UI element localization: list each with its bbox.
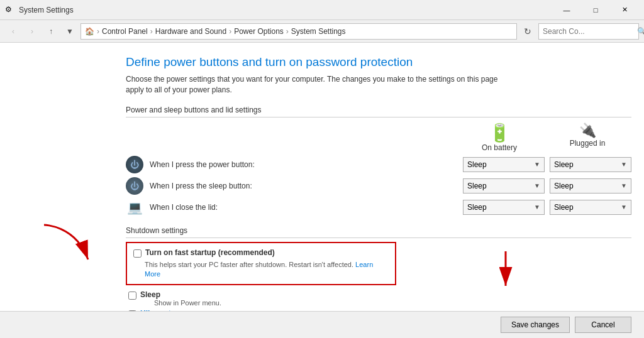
lid-battery-dropdown[interactable]: Sleep ▼	[463, 200, 545, 215]
refresh-button[interactable]: ↻	[519, 23, 536, 40]
fast-startup-description: This helps start your PC faster after sh…	[145, 260, 389, 280]
save-changes-button[interactable]: Save changes	[501, 317, 570, 333]
hibernate-checkbox[interactable]	[128, 310, 136, 311]
power-button-row: When I press the power button: Sleep ▼ S…	[126, 156, 631, 173]
back-button[interactable]: ‹	[5, 23, 21, 40]
power-plugged-dropdown[interactable]: Sleep ▼	[550, 157, 631, 172]
title-bar: ⚙ System Settings — □ ✕	[0, 0, 644, 20]
power-button-label: When I press the power button:	[150, 160, 255, 169]
table-header-row: 🔋 On battery 🔌 Plugged in	[126, 123, 631, 152]
sleep-plugged-dropdown[interactable]: Sleep ▼	[550, 178, 631, 194]
power-button-controls: Sleep ▼ Sleep ▼	[463, 157, 631, 172]
window-title: System Settings	[19, 6, 552, 14]
column-plugged: 🔌 Plugged in	[543, 123, 631, 152]
settings-table: 🔋 On battery 🔌 Plugged in When I press t…	[126, 123, 631, 216]
lid-close-label-area: 💻 When I close the lid:	[126, 199, 463, 216]
shutdown-header: Shutdown settings	[126, 226, 631, 238]
lid-icon: 💻	[126, 199, 143, 216]
fast-startup-row: Turn on fast startup (recommended)	[133, 248, 389, 258]
power-section-header: Power and sleep buttons and lid settings	[126, 106, 631, 117]
address-bar: ‹ › ↑ ▼ 🏠 › Control Panel › Hardware and…	[0, 20, 644, 43]
sleep-button-row: When I press the sleep button: Sleep ▼ S…	[126, 177, 631, 195]
content-area: Define power buttons and turn on passwor…	[0, 43, 644, 311]
breadcrumb-control-panel[interactable]: Control Panel	[102, 27, 148, 36]
fast-startup-label[interactable]: Turn on fast startup (recommended)	[145, 248, 275, 257]
sleep-button-icon	[126, 177, 143, 195]
breadcrumb-power-options[interactable]: Power Options	[234, 27, 284, 36]
shutdown-section: Shutdown settings Turn on fast startup (…	[126, 226, 631, 311]
plug-icon: 🔌	[579, 123, 596, 139]
page-description: Choose the power settings that you want …	[126, 74, 503, 95]
chevron-down-icon: ▼	[534, 204, 540, 210]
hibernate-row: Hibernate Show in Power menu.	[126, 309, 631, 311]
lid-close-label: When I close the lid:	[150, 203, 218, 212]
sleep-checkbox[interactable]	[128, 292, 136, 300]
minimize-button[interactable]: —	[552, 0, 581, 20]
sleep-button-label-area: When I press the sleep button:	[126, 177, 463, 195]
search-input[interactable]	[543, 27, 637, 36]
window-icon: ⚙	[5, 5, 15, 15]
lid-close-row: 💻 When I close the lid: Sleep ▼ Sleep ▼	[126, 199, 631, 216]
chevron-down-icon: ▼	[621, 161, 627, 168]
close-button[interactable]: ✕	[610, 0, 639, 20]
footer: Save changes Cancel	[0, 311, 644, 338]
sleep-label: Sleep	[140, 290, 221, 299]
window-controls: — □ ✕	[552, 0, 639, 20]
recent-button[interactable]: ▼	[62, 23, 78, 40]
cancel-button[interactable]: Cancel	[575, 317, 631, 333]
breadcrumb-system-settings: System Settings	[291, 27, 346, 36]
breadcrumb: 🏠 › Control Panel › Hardware and Sound ›…	[80, 23, 517, 40]
search-box: 🔍	[538, 23, 639, 40]
content-wrapper: Define power buttons and turn on passwor…	[0, 43, 644, 311]
maximize-button[interactable]: □	[581, 0, 610, 20]
up-button[interactable]: ↑	[43, 23, 59, 40]
fast-startup-box: Turn on fast startup (recommended) This …	[126, 242, 396, 286]
chevron-down-icon: ▼	[534, 161, 540, 168]
sleep-battery-dropdown[interactable]: Sleep ▼	[463, 178, 545, 194]
column-battery: 🔋 On battery	[455, 123, 543, 152]
lid-plugged-dropdown[interactable]: Sleep ▼	[550, 200, 631, 215]
fast-startup-checkbox[interactable]	[133, 249, 142, 258]
sleep-row: Sleep Show in Power menu.	[126, 290, 631, 307]
breadcrumb-icon: 🏠	[85, 27, 94, 36]
power-button-label-area: When I press the power button:	[126, 156, 463, 173]
power-battery-dropdown[interactable]: Sleep ▼	[463, 157, 545, 172]
battery-icon: 🔋	[489, 123, 511, 143]
breadcrumb-hardware-sound[interactable]: Hardware and Sound	[155, 27, 226, 36]
chevron-down-icon: ▼	[621, 204, 627, 210]
search-icon: 🔍	[637, 27, 644, 36]
sleep-desc: Show in Power menu.	[154, 299, 221, 307]
page-title: Define power buttons and turn on passwor…	[126, 55, 631, 69]
chevron-down-icon: ▼	[621, 182, 627, 189]
chevron-down-icon: ▼	[534, 182, 540, 189]
main-window: Define power buttons and turn on passwor…	[0, 43, 644, 338]
sleep-button-label: When I press the sleep button:	[150, 182, 252, 190]
lid-close-controls: Sleep ▼ Sleep ▼	[463, 200, 631, 215]
hibernate-label: Hibernate	[140, 309, 221, 311]
sleep-button-controls: Sleep ▼ Sleep ▼	[463, 178, 631, 194]
power-button-icon	[126, 156, 143, 173]
forward-button[interactable]: ›	[24, 23, 40, 40]
